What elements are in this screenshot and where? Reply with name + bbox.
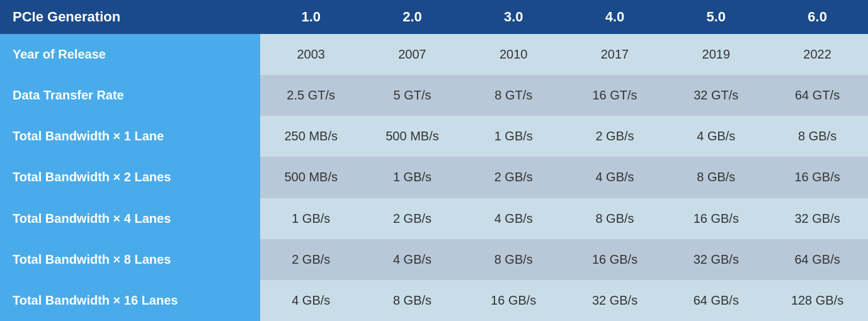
table-header-col-0: 1.0 xyxy=(260,0,362,34)
cell-r3-c3: 4 GB/s xyxy=(564,157,666,198)
cell-r0-c1: 2007 xyxy=(362,34,463,75)
cell-r1-c2: 8 GT/s xyxy=(463,75,564,116)
row-label-2: Total Bandwidth × 1 Lane xyxy=(0,116,260,157)
cell-r3-c5: 16 GB/s xyxy=(767,157,868,198)
cell-r2-c0: 250 MB/s xyxy=(260,116,362,157)
table-header-col-5: 6.0 xyxy=(767,0,868,34)
table-header-col-1: 2.0 xyxy=(362,0,463,34)
cell-r5-c3: 16 GB/s xyxy=(564,239,666,280)
cell-r5-c0: 2 GB/s xyxy=(260,239,362,280)
row-label-0: Year of Release xyxy=(0,34,260,75)
cell-r2-c1: 500 MB/s xyxy=(362,116,463,157)
cell-r4-c1: 2 GB/s xyxy=(362,198,463,239)
cell-r0-c4: 2019 xyxy=(665,34,767,75)
table-row: Total Bandwidth × 4 Lanes1 GB/s2 GB/s4 G… xyxy=(0,198,868,239)
row-label-6: Total Bandwidth × 16 Lanes xyxy=(0,280,260,321)
cell-r0-c2: 2010 xyxy=(463,34,564,75)
table-row: Total Bandwidth × 8 Lanes2 GB/s4 GB/s8 G… xyxy=(0,239,868,280)
cell-r6-c5: 128 GB/s xyxy=(767,280,868,321)
cell-r6-c0: 4 GB/s xyxy=(260,280,362,321)
cell-r6-c2: 16 GB/s xyxy=(463,280,564,321)
cell-r3-c0: 500 MB/s xyxy=(260,157,362,198)
cell-r4-c5: 32 GB/s xyxy=(767,198,868,239)
cell-r4-c3: 8 GB/s xyxy=(564,198,666,239)
cell-r1-c4: 32 GT/s xyxy=(665,75,767,116)
cell-r3-c1: 1 GB/s xyxy=(362,157,463,198)
row-label-4: Total Bandwidth × 4 Lanes xyxy=(0,198,260,239)
table-row: Total Bandwidth × 16 Lanes4 GB/s8 GB/s16… xyxy=(0,280,868,321)
pcie-table-wrapper: PCIe Generation 1.0 2.0 3.0 4.0 5.0 6.0 … xyxy=(0,0,868,321)
table-row: Year of Release200320072010201720192022 xyxy=(0,34,868,75)
cell-r5-c1: 4 GB/s xyxy=(362,239,463,280)
cell-r1-c1: 5 GT/s xyxy=(362,75,463,116)
cell-r5-c4: 32 GB/s xyxy=(665,239,767,280)
cell-r0-c0: 2003 xyxy=(260,34,362,75)
cell-r1-c5: 64 GT/s xyxy=(767,75,868,116)
cell-r5-c2: 8 GB/s xyxy=(463,239,564,280)
cell-r6-c4: 64 GB/s xyxy=(665,280,767,321)
table-header-col-3: 4.0 xyxy=(564,0,666,34)
cell-r0-c3: 2017 xyxy=(564,34,666,75)
row-label-5: Total Bandwidth × 8 Lanes xyxy=(0,239,260,280)
row-label-3: Total Bandwidth × 2 Lanes xyxy=(0,157,260,198)
table-header-generation: PCIe Generation xyxy=(0,0,260,34)
cell-r3-c2: 2 GB/s xyxy=(463,157,564,198)
table-row: Total Bandwidth × 1 Lane250 MB/s500 MB/s… xyxy=(0,116,868,157)
cell-r6-c1: 8 GB/s xyxy=(362,280,463,321)
pcie-comparison-table: PCIe Generation 1.0 2.0 3.0 4.0 5.0 6.0 … xyxy=(0,0,868,321)
row-label-1: Data Transfer Rate xyxy=(0,75,260,116)
cell-r1-c3: 16 GT/s xyxy=(564,75,666,116)
cell-r5-c5: 64 GB/s xyxy=(767,239,868,280)
cell-r4-c4: 16 GB/s xyxy=(665,198,767,239)
cell-r2-c3: 2 GB/s xyxy=(564,116,666,157)
cell-r2-c2: 1 GB/s xyxy=(463,116,564,157)
table-row: Total Bandwidth × 2 Lanes500 MB/s1 GB/s2… xyxy=(0,157,868,198)
table-header-col-4: 5.0 xyxy=(665,0,767,34)
cell-r6-c3: 32 GB/s xyxy=(564,280,666,321)
table-header-col-2: 3.0 xyxy=(463,0,564,34)
cell-r1-c0: 2.5 GT/s xyxy=(260,75,362,116)
cell-r3-c4: 8 GB/s xyxy=(665,157,767,198)
cell-r4-c2: 4 GB/s xyxy=(463,198,564,239)
cell-r2-c5: 8 GB/s xyxy=(767,116,868,157)
table-row: Data Transfer Rate2.5 GT/s5 GT/s8 GT/s16… xyxy=(0,75,868,116)
cell-r4-c0: 1 GB/s xyxy=(260,198,362,239)
cell-r2-c4: 4 GB/s xyxy=(665,116,767,157)
table-header-row: PCIe Generation 1.0 2.0 3.0 4.0 5.0 6.0 xyxy=(0,0,868,34)
cell-r0-c5: 2022 xyxy=(767,34,868,75)
